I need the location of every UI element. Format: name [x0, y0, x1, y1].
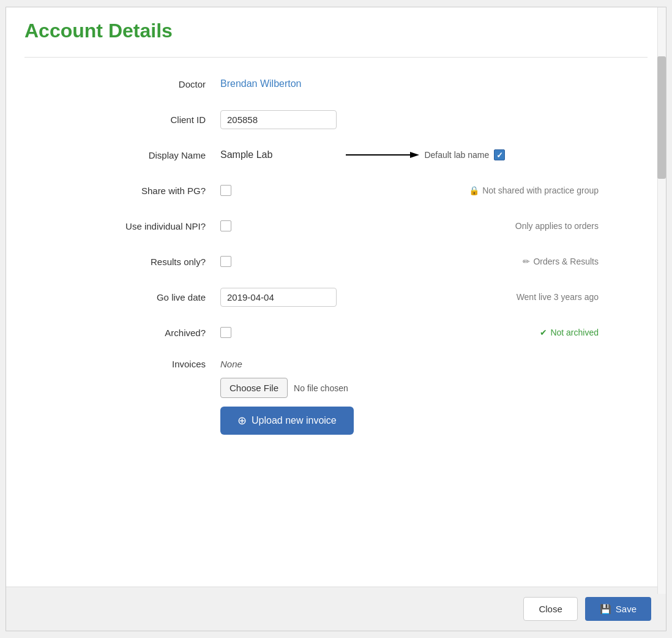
results-only-note: ✏ Orders & Results — [523, 257, 648, 266]
results-only-checkbox[interactable] — [220, 256, 231, 267]
archived-checkbox[interactable] — [220, 327, 231, 338]
save-icon: 💾 — [600, 604, 611, 615]
page-title: Account Details — [24, 20, 648, 42]
close-button[interactable]: Close — [523, 597, 577, 621]
go-live-input[interactable] — [220, 288, 337, 307]
pencil-icon: ✏ — [523, 257, 530, 266]
use-npi-note: Only applies to orders — [515, 221, 648, 231]
display-name-row: Display Name Sample Lab Default lab name — [24, 143, 648, 167]
display-name-text: Sample Lab — [220, 149, 272, 160]
display-name-value-container: Sample Lab Default lab name — [220, 149, 648, 161]
share-pg-label: Share with PG? — [24, 186, 220, 196]
go-live-label: Go live date — [24, 292, 220, 302]
save-button[interactable]: 💾 Save — [585, 597, 651, 621]
client-id-input[interactable] — [220, 110, 337, 129]
go-live-value-container: Went live 3 years ago — [220, 288, 648, 307]
share-pg-row: Share with PG? 🔒 Not shared with practic… — [24, 179, 648, 202]
upload-invoice-button[interactable]: ⊕ Upload new invoice — [220, 407, 354, 435]
save-label: Save — [616, 604, 637, 614]
client-id-row: Client ID — [24, 108, 648, 131]
archived-label: Archived? — [24, 328, 220, 338]
lock-icon: 🔒 — [469, 186, 479, 195]
choose-file-button[interactable]: Choose File — [220, 378, 288, 398]
svg-marker-1 — [410, 152, 419, 158]
go-live-row: Go live date Went live 3 years ago — [24, 285, 648, 309]
doctor-value-container: Brendan Wilberton — [220, 78, 648, 89]
archived-row: Archived? ✔ Not archived — [24, 321, 648, 344]
use-npi-value-container: Only applies to orders — [220, 220, 648, 231]
results-only-row: Results only? ✏ Orders & Results — [24, 250, 648, 273]
use-npi-checkbox[interactable] — [220, 220, 231, 231]
invoices-row: Invoices None Choose File No file chosen… — [24, 356, 648, 435]
no-file-text: No file chosen — [294, 383, 348, 393]
check-icon: ✔ — [540, 328, 547, 337]
results-only-value-container: ✏ Orders & Results — [220, 256, 648, 267]
invoices-section: None Choose File No file chosen ⊕ Upload… — [220, 359, 354, 435]
doctor-label: Doctor — [24, 79, 220, 89]
default-lab-checkbox[interactable] — [494, 149, 505, 160]
scrollbar[interactable] — [657, 7, 666, 594]
share-pg-checkbox[interactable] — [220, 185, 231, 196]
invoices-value-container: None Choose File No file chosen ⊕ Upload… — [220, 359, 648, 435]
arrow-icon — [346, 149, 419, 161]
archived-value-container: ✔ Not archived — [220, 327, 648, 338]
upload-icon: ⊕ — [237, 414, 247, 427]
go-live-note: Went live 3 years ago — [517, 292, 648, 302]
invoices-label: Invoices — [24, 359, 220, 369]
invoices-none-text: None — [220, 359, 354, 369]
client-id-value-container — [220, 110, 648, 129]
doctor-link[interactable]: Brendan Wilberton — [220, 78, 302, 89]
scrollbar-thumb[interactable] — [657, 56, 666, 179]
upload-btn-label: Upload new invoice — [252, 415, 337, 426]
share-pg-value-container: 🔒 Not shared with practice group — [220, 185, 648, 196]
display-name-label: Display Name — [24, 150, 220, 160]
section-divider — [24, 57, 648, 58]
archived-note: ✔ Not archived — [540, 328, 648, 337]
modal-footer: Close 💾 Save — [6, 587, 666, 631]
default-lab-container: Default lab name — [346, 149, 505, 161]
file-input-row: Choose File No file chosen — [220, 378, 354, 398]
use-npi-label: Use individual NPI? — [24, 221, 220, 231]
default-lab-label: Default lab name — [424, 150, 489, 160]
share-pg-note: 🔒 Not shared with practice group — [469, 186, 648, 195]
modal-body: Account Details Doctor Brendan Wilberton… — [6, 7, 666, 587]
use-npi-row: Use individual NPI? Only applies to orde… — [24, 214, 648, 238]
client-id-label: Client ID — [24, 114, 220, 125]
doctor-row: Doctor Brendan Wilberton — [24, 72, 648, 96]
account-details-modal: Account Details Doctor Brendan Wilberton… — [6, 7, 666, 631]
results-only-label: Results only? — [24, 257, 220, 267]
